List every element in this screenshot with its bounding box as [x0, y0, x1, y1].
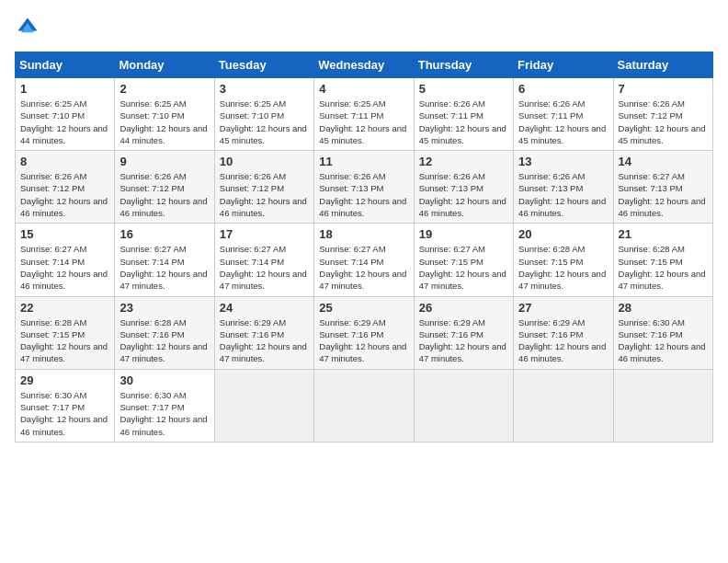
day-info: Sunrise: 6:25 AMSunset: 7:10 PMDaylight:…: [119, 98, 209, 146]
day-info: Sunrise: 6:30 AMSunset: 7:17 PMDaylight:…: [119, 389, 209, 438]
day-info: Sunrise: 6:26 AMSunset: 7:12 PMDaylight:…: [119, 170, 209, 219]
day-number: 12: [419, 155, 508, 168]
calendar-cell: 29Sunrise: 6:30 AMSunset: 7:17 PMDayligh…: [16, 369, 115, 442]
calendar-table: Sunday Monday Tuesday Wednesday Thursday…: [15, 52, 713, 442]
col-monday: Monday: [115, 52, 214, 78]
day-info: Sunrise: 6:25 AMSunset: 7:10 PMDaylight:…: [220, 98, 309, 146]
day-info: Sunrise: 6:26 AMSunset: 7:11 PMDaylight:…: [518, 98, 608, 146]
calendar-cell: 23Sunrise: 6:28 AMSunset: 7:16 PMDayligh…: [115, 296, 214, 369]
calendar-cell: 30Sunrise: 6:30 AMSunset: 7:17 PMDayligh…: [115, 369, 214, 442]
day-number: 22: [20, 301, 109, 315]
calendar-cell: 1Sunrise: 6:25 AMSunset: 7:10 PMDaylight…: [16, 78, 115, 151]
day-info: Sunrise: 6:27 AMSunset: 7:14 PMDaylight:…: [20, 243, 109, 292]
calendar-cell: 8Sunrise: 6:26 AMSunset: 7:12 PMDaylight…: [16, 151, 115, 224]
day-number: 1: [20, 82, 109, 96]
logo-icon: [15, 15, 40, 40]
calendar-cell: 18Sunrise: 6:27 AMSunset: 7:14 PMDayligh…: [314, 224, 414, 296]
day-number: 9: [119, 155, 209, 168]
day-number: 21: [619, 227, 708, 241]
day-info: Sunrise: 6:26 AMSunset: 7:12 PMDaylight:…: [220, 170, 309, 219]
day-number: 23: [119, 301, 209, 315]
day-number: 26: [419, 301, 508, 315]
calendar-week-row: 15Sunrise: 6:27 AMSunset: 7:14 PMDayligh…: [16, 224, 713, 296]
day-info: Sunrise: 6:26 AMSunset: 7:11 PMDaylight:…: [419, 98, 508, 146]
col-tuesday: Tuesday: [214, 52, 313, 78]
day-info: Sunrise: 6:30 AMSunset: 7:16 PMDaylight:…: [619, 316, 708, 365]
calendar-cell: 5Sunrise: 6:26 AMSunset: 7:11 PMDaylight…: [414, 78, 513, 151]
day-info: Sunrise: 6:26 AMSunset: 7:12 PMDaylight:…: [20, 170, 109, 219]
day-info: Sunrise: 6:26 AMSunset: 7:13 PMDaylight:…: [518, 170, 608, 219]
calendar-cell: 10Sunrise: 6:26 AMSunset: 7:12 PMDayligh…: [214, 151, 313, 224]
day-info: Sunrise: 6:26 AMSunset: 7:12 PMDaylight:…: [619, 98, 708, 146]
day-info: Sunrise: 6:27 AMSunset: 7:14 PMDaylight:…: [220, 243, 309, 292]
calendar-cell: 27Sunrise: 6:29 AMSunset: 7:16 PMDayligh…: [514, 296, 613, 369]
day-number: 24: [220, 301, 309, 315]
calendar-header-row: Sunday Monday Tuesday Wednesday Thursday…: [16, 52, 713, 78]
day-number: 29: [20, 373, 109, 387]
col-thursday: Thursday: [414, 52, 513, 78]
day-info: Sunrise: 6:29 AMSunset: 7:16 PMDaylight:…: [419, 316, 508, 365]
calendar-cell: 19Sunrise: 6:27 AMSunset: 7:15 PMDayligh…: [414, 224, 513, 296]
day-number: 4: [319, 82, 408, 96]
day-info: Sunrise: 6:25 AMSunset: 7:11 PMDaylight:…: [319, 98, 408, 146]
day-info: Sunrise: 6:28 AMSunset: 7:15 PMDaylight:…: [518, 243, 608, 292]
day-number: 19: [419, 227, 508, 241]
calendar-cell: 4Sunrise: 6:25 AMSunset: 7:11 PMDaylight…: [314, 78, 414, 151]
calendar-cell: 9Sunrise: 6:26 AMSunset: 7:12 PMDaylight…: [115, 151, 214, 224]
calendar-cell: 14Sunrise: 6:27 AMSunset: 7:13 PMDayligh…: [613, 151, 712, 224]
page-header: [15, 15, 713, 40]
calendar-week-row: 22Sunrise: 6:28 AMSunset: 7:15 PMDayligh…: [16, 296, 713, 369]
calendar-cell: [613, 369, 712, 442]
day-info: Sunrise: 6:27 AMSunset: 7:14 PMDaylight:…: [119, 243, 209, 292]
calendar-cell: 12Sunrise: 6:26 AMSunset: 7:13 PMDayligh…: [414, 151, 513, 224]
day-info: Sunrise: 6:29 AMSunset: 7:16 PMDaylight:…: [319, 316, 408, 365]
calendar-cell: 3Sunrise: 6:25 AMSunset: 7:10 PMDaylight…: [214, 78, 313, 151]
day-number: 17: [220, 227, 309, 241]
day-info: Sunrise: 6:26 AMSunset: 7:13 PMDaylight:…: [319, 170, 408, 219]
calendar-cell: 16Sunrise: 6:27 AMSunset: 7:14 PMDayligh…: [115, 224, 214, 296]
calendar-cell: 13Sunrise: 6:26 AMSunset: 7:13 PMDayligh…: [514, 151, 613, 224]
day-number: 30: [119, 373, 209, 387]
calendar-cell: [514, 369, 613, 442]
day-number: 25: [319, 301, 408, 315]
calendar-week-row: 1Sunrise: 6:25 AMSunset: 7:10 PMDaylight…: [16, 78, 713, 151]
day-number: 28: [619, 301, 708, 315]
calendar-cell: 24Sunrise: 6:29 AMSunset: 7:16 PMDayligh…: [214, 296, 313, 369]
day-info: Sunrise: 6:25 AMSunset: 7:10 PMDaylight:…: [20, 98, 109, 146]
calendar-cell: 25Sunrise: 6:29 AMSunset: 7:16 PMDayligh…: [314, 296, 414, 369]
col-friday: Friday: [514, 52, 613, 78]
day-info: Sunrise: 6:28 AMSunset: 7:15 PMDaylight:…: [619, 243, 708, 292]
calendar-cell: 22Sunrise: 6:28 AMSunset: 7:15 PMDayligh…: [16, 296, 115, 369]
day-info: Sunrise: 6:30 AMSunset: 7:17 PMDaylight:…: [20, 389, 109, 438]
calendar-cell: 2Sunrise: 6:25 AMSunset: 7:10 PMDaylight…: [115, 78, 214, 151]
calendar-cell: 7Sunrise: 6:26 AMSunset: 7:12 PMDaylight…: [613, 78, 712, 151]
calendar-cell: 21Sunrise: 6:28 AMSunset: 7:15 PMDayligh…: [613, 224, 712, 296]
day-info: Sunrise: 6:27 AMSunset: 7:15 PMDaylight:…: [419, 243, 508, 292]
day-info: Sunrise: 6:26 AMSunset: 7:13 PMDaylight:…: [419, 170, 508, 219]
day-number: 14: [619, 155, 708, 168]
calendar-cell: 20Sunrise: 6:28 AMSunset: 7:15 PMDayligh…: [514, 224, 613, 296]
day-number: 27: [518, 301, 608, 315]
calendar-cell: 6Sunrise: 6:26 AMSunset: 7:11 PMDaylight…: [514, 78, 613, 151]
calendar-cell: [314, 369, 414, 442]
day-info: Sunrise: 6:28 AMSunset: 7:16 PMDaylight:…: [119, 316, 209, 365]
day-number: 7: [619, 82, 708, 96]
day-number: 6: [518, 82, 608, 96]
col-saturday: Saturday: [613, 52, 712, 78]
day-info: Sunrise: 6:27 AMSunset: 7:14 PMDaylight:…: [319, 243, 408, 292]
calendar-cell: 26Sunrise: 6:29 AMSunset: 7:16 PMDayligh…: [414, 296, 513, 369]
day-info: Sunrise: 6:27 AMSunset: 7:13 PMDaylight:…: [619, 170, 708, 219]
day-number: 8: [20, 155, 109, 168]
day-number: 20: [518, 227, 608, 241]
logo: [15, 15, 44, 40]
day-number: 15: [20, 227, 109, 241]
calendar-week-row: 8Sunrise: 6:26 AMSunset: 7:12 PMDaylight…: [16, 151, 713, 224]
day-info: Sunrise: 6:29 AMSunset: 7:16 PMDaylight:…: [518, 316, 608, 365]
day-number: 5: [419, 82, 508, 96]
calendar-cell: [414, 369, 513, 442]
day-number: 16: [119, 227, 209, 241]
day-info: Sunrise: 6:28 AMSunset: 7:15 PMDaylight:…: [20, 316, 109, 365]
day-number: 10: [220, 155, 309, 168]
calendar-cell: 11Sunrise: 6:26 AMSunset: 7:13 PMDayligh…: [314, 151, 414, 224]
day-number: 3: [220, 82, 309, 96]
